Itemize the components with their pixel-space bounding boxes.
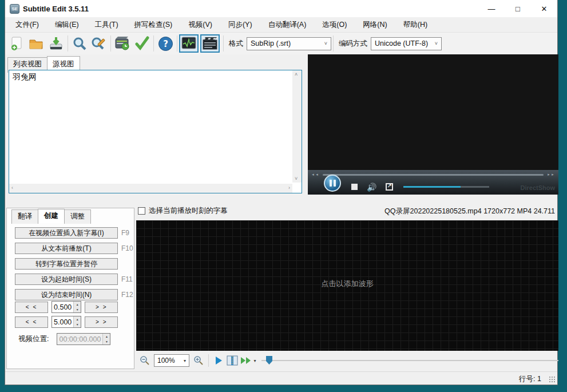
spin-up-icon: ▲ — [74, 302, 81, 307]
video-position-value: 00:00:00.000 — [57, 335, 102, 343]
replace-button[interactable] — [89, 34, 109, 53]
set-end-time-button[interactable]: 设为结束时间(N) — [15, 289, 118, 300]
seek-forward-icon[interactable]: ►► — [547, 173, 555, 176]
tab-adjust[interactable]: 调整 — [64, 209, 91, 224]
menu-item-help[interactable]: 帮助(H) — [398, 18, 433, 32]
toggle-waveform-button[interactable] — [179, 34, 199, 53]
menu-item-autotranslate[interactable]: 自动翻译(A) — [263, 18, 312, 32]
menu-item-file[interactable]: 文件(F) — [10, 18, 45, 32]
player-button-row: 🔊 DirectShow — [308, 179, 558, 195]
playback-speed-button[interactable]: ▾ — [239, 354, 257, 367]
slider-track — [261, 360, 558, 361]
main-toolbar: ? 格式 SubRip (.srt) ˅ 编码方式 Unicode (UTF-8… — [5, 33, 557, 54]
tab-translate[interactable]: 翻译 — [11, 209, 38, 224]
toggle-video-button[interactable] — [200, 34, 220, 53]
save-icon — [49, 36, 64, 51]
volume-slider[interactable] — [403, 186, 489, 188]
horizontal-scrollbar[interactable]: ‹ › — [9, 184, 292, 193]
menu-item-tools[interactable]: 工具(T) — [89, 18, 124, 32]
play-from-text-button[interactable]: 从文本前播放(T) — [15, 243, 118, 254]
zoom-out-button[interactable] — [138, 354, 152, 367]
seek-back-icon[interactable]: ◄◄ — [311, 173, 319, 176]
desktop: { "window": { "title": "Subtitle Edit 3.… — [0, 0, 567, 392]
menu-bar: 文件(F) 编辑(E) 工具(T) 拼写检查(S) 视频(V) 同步(Y) 自动… — [5, 17, 557, 33]
menu-item-edit[interactable]: 编辑(E) — [49, 18, 85, 32]
zoom-in-button[interactable] — [192, 354, 205, 367]
seek-bar[interactable]: ◄◄ ►► — [308, 170, 558, 179]
nudge-forward-small-button[interactable]: > > — [85, 302, 118, 313]
maximize-button[interactable]: □ — [505, 0, 531, 17]
menu-item-video[interactable]: 视频(V) — [183, 18, 218, 32]
new-file-button[interactable] — [7, 34, 27, 53]
spinner-arrows[interactable]: ▲▼ — [73, 302, 81, 312]
help-button[interactable]: ? — [156, 34, 175, 53]
set-start-time-button[interactable]: 设为起始时间(S) — [15, 274, 118, 285]
open-folder-icon — [29, 36, 45, 51]
fast-forward-icon — [240, 357, 252, 365]
tab-create[interactable]: 创建 — [38, 209, 65, 223]
spinner-arrows[interactable]: ▲▼ — [102, 334, 110, 345]
center-view-button[interactable] — [225, 354, 239, 367]
tab-source-view[interactable]: 源视图 — [47, 56, 80, 72]
volume-icon[interactable]: 🔊 — [367, 183, 376, 192]
current-subtitle-checkbox[interactable] — [138, 207, 145, 215]
resize-grip[interactable] — [549, 376, 556, 383]
spin-up-icon: ▲ — [74, 316, 81, 322]
zoom-level-select[interactable]: 100% ▾ — [154, 354, 189, 367]
waveform-position-slider[interactable] — [261, 356, 558, 365]
format-value: SubRip (.srt) — [251, 39, 291, 47]
shortcut-label: F11 — [121, 275, 133, 283]
scroll-right-icon[interactable]: › — [288, 185, 290, 191]
play-icon — [216, 357, 222, 365]
shortcut-label: F10 — [121, 244, 133, 252]
nudge-forward-large-button[interactable]: > > — [85, 316, 118, 328]
waveform-area[interactable]: 点击以添加波形 — [136, 220, 558, 351]
video-position-row: 视频位置: 00:00:00.000 ▲▼ — [18, 333, 114, 345]
nudge-small-spinner[interactable]: 0.500 ▲▼ — [51, 301, 81, 313]
chevron-down-icon: ▾ — [253, 358, 256, 363]
nudge-back-large-button[interactable]: < < — [15, 316, 48, 328]
source-textarea[interactable]: 羽兔网 ˄ ˅ ‹ › — [9, 70, 302, 193]
play-from-text-row: 从文本前播放(T) F10 — [15, 243, 133, 254]
encoding-select[interactable]: Unicode (UTF-8) ˅ — [371, 37, 442, 50]
slider-thumb[interactable] — [266, 356, 272, 365]
nudge-back-small-button[interactable]: < < — [15, 302, 48, 313]
scroll-down-icon[interactable]: ˅ — [295, 176, 298, 181]
visual-sync-button[interactable] — [113, 34, 132, 53]
insert-subtitle-button[interactable]: 在视频位置插入新字幕(I) — [15, 227, 118, 239]
nudge-large-spinner[interactable]: 5.000 ▲▼ — [51, 316, 81, 328]
video-position-input[interactable]: 00:00:00.000 ▲▼ — [57, 333, 110, 345]
replace-icon — [91, 36, 107, 51]
scroll-up-icon[interactable]: ˄ — [295, 72, 298, 77]
minimize-button[interactable]: — — [478, 0, 505, 17]
video-player[interactable]: ◄◄ ►► 🔊 DirectShow — [308, 54, 558, 195]
seek-track[interactable] — [323, 174, 544, 176]
toolbar-separator — [333, 35, 334, 52]
find-button[interactable] — [70, 34, 89, 53]
close-button[interactable]: ✕ — [531, 0, 557, 17]
save-button[interactable] — [46, 34, 66, 53]
encoding-value: Unicode (UTF-8) — [375, 39, 428, 47]
waveform-placeholder[interactable]: 点击以添加波形 — [136, 279, 558, 289]
play-pause-button[interactable] — [324, 175, 341, 192]
find-icon — [72, 36, 87, 51]
scroll-left-icon[interactable]: ‹ — [11, 185, 13, 191]
menu-item-network[interactable]: 网络(N) — [357, 18, 392, 32]
goto-subtitle-pause-button[interactable]: 转到字幕位置并暂停 — [15, 258, 118, 270]
menu-item-options[interactable]: 选项(O) — [316, 18, 352, 32]
spinner-arrows[interactable]: ▲▼ — [73, 316, 81, 327]
encoding-label: 编码方式 — [339, 39, 367, 49]
vertical-scrollbar[interactable]: ˄ ˅ — [292, 70, 302, 183]
toolbar-separator — [110, 35, 111, 52]
video-file-info: QQ录屏20220225180525.mp4 1720x772 MP4 24.7… — [384, 207, 555, 216]
menu-item-spellcheck[interactable]: 拼写检查(S) — [129, 18, 179, 32]
toolbar-separator — [68, 35, 68, 52]
menu-item-sync[interactable]: 同步(Y) — [223, 18, 258, 32]
open-file-button[interactable] — [27, 34, 46, 53]
spell-check-button[interactable] — [132, 34, 152, 53]
format-select[interactable]: SubRip (.srt) ˅ — [247, 37, 331, 50]
chevron-down-icon: ˅ — [324, 41, 327, 46]
play-waveform-button[interactable] — [212, 354, 225, 367]
stop-button[interactable] — [351, 184, 358, 190]
fullscreen-icon[interactable] — [386, 183, 393, 191]
